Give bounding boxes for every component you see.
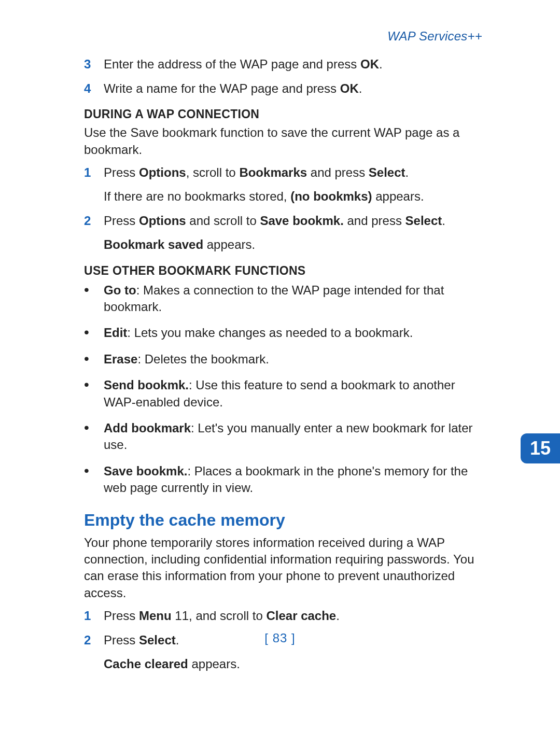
step-number: 2	[84, 213, 104, 229]
document-page: WAP Services++ 3 Enter the address of th…	[0, 0, 560, 672]
section-title-empty-cache: Empty the cache memory	[84, 509, 482, 531]
bullet-text: Edit: Lets you make changes as needed to…	[104, 325, 482, 341]
step-number: 1	[84, 608, 104, 624]
list-item: 2 Press Options and scroll to Save bookm…	[84, 213, 482, 229]
step-text: Enter the address of the WAP page and pr…	[104, 56, 482, 73]
list-item: • Add bookmark: Let's you manually enter…	[84, 420, 482, 454]
bullet-icon: •	[84, 282, 104, 316]
list-item: • Go to: Makes a connection to the WAP p…	[84, 282, 482, 316]
step-number: 1	[84, 164, 104, 181]
bullet-text: Erase: Deletes the bookmark.	[104, 351, 482, 368]
during-connection-steps: 1 Press Options, scroll to Bookmarks and…	[84, 164, 482, 181]
step-text: Write a name for the WAP page and press …	[104, 80, 482, 97]
bullet-icon: •	[84, 377, 104, 411]
bullet-icon: •	[84, 463, 104, 497]
bullet-icon: •	[84, 325, 104, 341]
during-connection-steps-cont: 2 Press Options and scroll to Save bookm…	[84, 213, 482, 229]
step-text: Press Options, scroll to Bookmarks and p…	[104, 164, 482, 181]
list-item: 4 Write a name for the WAP page and pres…	[84, 80, 482, 97]
step-followup: If there are no bookmarks stored, (no bo…	[104, 188, 482, 205]
running-header: WAP Services++	[84, 28, 482, 45]
step-number: 4	[84, 80, 104, 97]
list-item: • Send bookmk.: Use this feature to send…	[84, 377, 482, 411]
step-number: 3	[84, 56, 104, 73]
paragraph: Your phone temporarily stores informatio…	[84, 534, 482, 602]
list-item: • Erase: Deletes the bookmark.	[84, 351, 482, 368]
bullet-text: Save bookmk.: Places a bookmark in the p…	[104, 463, 482, 497]
subheading-other-bookmark: USE OTHER BOOKMARK FUNCTIONS	[84, 263, 482, 279]
subheading-during-connection: DURING A WAP CONNECTION	[84, 106, 482, 122]
list-item: 1 Press Options, scroll to Bookmarks and…	[84, 164, 482, 181]
bullet-text: Add bookmark: Let's you manually enter a…	[104, 420, 482, 454]
page-number: [ 83 ]	[0, 630, 560, 646]
step-followup: Bookmark saved appears.	[104, 236, 482, 253]
paragraph: Use the Save bookmark function to save t…	[84, 124, 482, 158]
list-item: • Edit: Lets you make changes as needed …	[84, 325, 482, 341]
step-followup: Cache cleared appears.	[104, 656, 482, 672]
bullet-text: Send bookmk.: Use this feature to send a…	[104, 377, 482, 411]
step-text: Press Options and scroll to Save bookmk.…	[104, 213, 482, 229]
bookmark-functions-list: • Go to: Makes a connection to the WAP p…	[84, 282, 482, 497]
bullet-icon: •	[84, 420, 104, 454]
chapter-tab: 15	[521, 433, 560, 463]
list-item: 3 Enter the address of the WAP page and …	[84, 56, 482, 73]
bullet-icon: •	[84, 351, 104, 368]
bullet-text: Go to: Makes a connection to the WAP pag…	[104, 282, 482, 316]
list-item: • Save bookmk.: Places a bookmark in the…	[84, 463, 482, 497]
step-text: Press Menu 11, and scroll to Clear cache…	[104, 608, 482, 624]
intro-steps: 3 Enter the address of the WAP page and …	[84, 56, 482, 97]
list-item: 1 Press Menu 11, and scroll to Clear cac…	[84, 608, 482, 624]
